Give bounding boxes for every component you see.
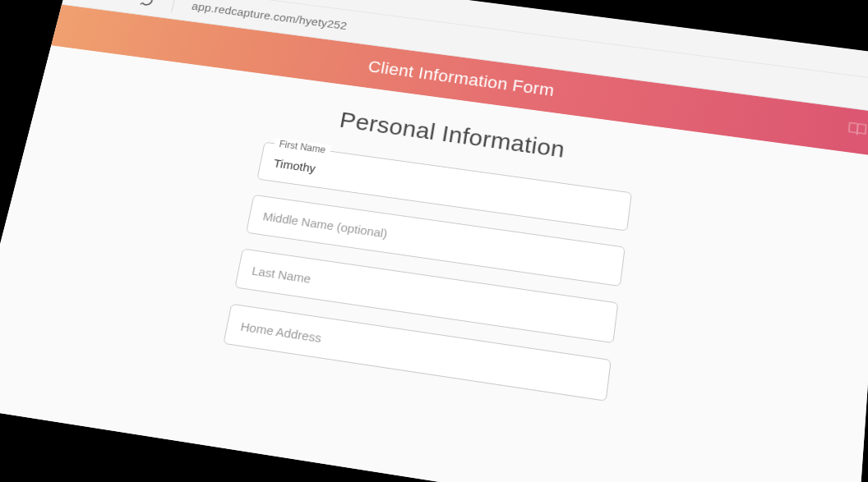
browser-window: × + app.redcapture.com/hyety252 Client I… <box>0 0 868 482</box>
forward-button[interactable] <box>107 0 127 4</box>
home-address-placeholder: Home Address <box>239 319 322 344</box>
field-stack: First Name Timothy Middle Name (optional… <box>223 141 632 401</box>
first-name-value: Timothy <box>273 155 317 174</box>
toolbar-divider <box>171 0 176 11</box>
book-icon <box>847 120 868 142</box>
last-name-placeholder: Last Name <box>251 263 312 285</box>
reload-icon <box>139 0 155 7</box>
first-name-label: First Name <box>274 138 331 156</box>
arrow-right-icon <box>108 0 125 2</box>
middle-name-placeholder: Middle Name (optional) <box>262 209 389 240</box>
section-title: Personal Information <box>338 107 566 163</box>
reload-button[interactable] <box>137 0 157 8</box>
